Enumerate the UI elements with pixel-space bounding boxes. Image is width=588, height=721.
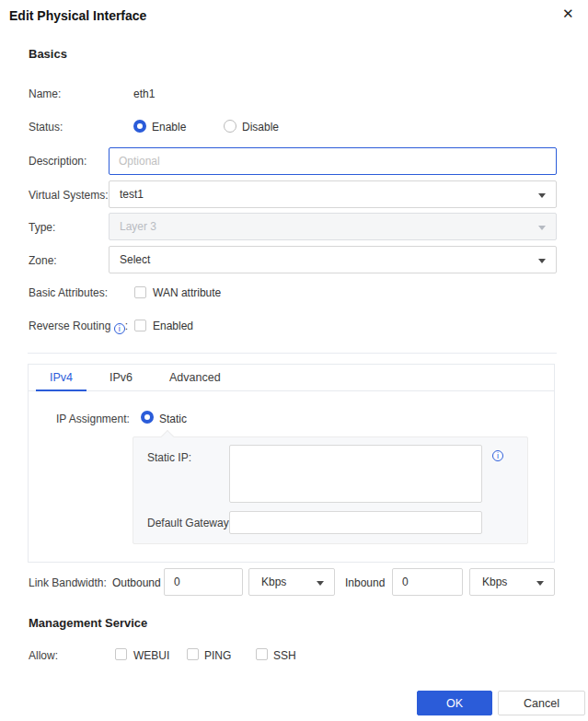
tab-ipv6[interactable]: IPv6	[96, 365, 146, 391]
close-icon[interactable]: ✕	[562, 6, 574, 22]
type-label: Type:	[29, 221, 55, 234]
section-divider	[28, 353, 557, 354]
outbound-label: Outbound	[112, 576, 161, 589]
default-gateway-label: Default Gateway:	[147, 517, 232, 529]
status-disable-radio[interactable]	[224, 120, 236, 133]
ip-settings-card: IPv4 IPv6 Advanced IP Assignment: Static…	[28, 364, 555, 563]
ip-assignment-label: IP Assignment:	[56, 413, 130, 425]
name-label: Name:	[29, 87, 61, 100]
allow-label: Allow:	[29, 649, 58, 662]
inbound-input[interactable]	[392, 568, 463, 596]
chevron-down-icon	[538, 226, 546, 230]
type-value: Layer 3	[120, 220, 156, 233]
edit-physical-interface-dialog: Edit Physical Interface ✕ Basics Name: e…	[0, 0, 588, 721]
panel-notch	[161, 430, 174, 443]
tab-ipv4[interactable]: IPv4	[36, 365, 86, 391]
static-ip-textarea[interactable]	[229, 445, 482, 503]
basics-heading: Basics	[29, 47, 67, 61]
status-enable-label[interactable]: Enable	[152, 121, 186, 134]
status-label: Status:	[29, 121, 63, 134]
webui-label[interactable]: WEBUI	[133, 649, 169, 662]
webui-checkbox[interactable]	[115, 648, 127, 660]
ssh-label[interactable]: SSH	[273, 649, 296, 662]
virtual-systems-label: Virtual Systems:	[29, 189, 108, 202]
status-enable-radio[interactable]	[133, 120, 146, 133]
reverse-routing-checkbox[interactable]	[134, 320, 146, 331]
name-value: eth1	[133, 87, 155, 100]
link-bandwidth-label: Link Bandwidth:	[29, 576, 107, 589]
wan-attribute-label[interactable]: WAN attribute	[153, 286, 221, 299]
basic-attributes-label: Basic Attributes:	[29, 286, 108, 299]
type-select: Layer 3	[109, 213, 557, 240]
ssh-checkbox[interactable]	[256, 648, 268, 660]
chevron-down-icon	[538, 259, 546, 263]
inbound-unit-value: Kbps	[482, 576, 507, 588]
chevron-down-icon	[538, 193, 546, 198]
tab-advanced[interactable]: Advanced	[156, 365, 235, 391]
reverse-routing-colon: :	[125, 320, 128, 332]
description-input[interactable]	[109, 147, 557, 175]
zone-label: Zone:	[29, 254, 57, 267]
management-service-heading: Management Service	[29, 616, 147, 630]
virtual-systems-select[interactable]: test1	[109, 180, 557, 208]
outbound-input[interactable]	[164, 568, 243, 596]
reverse-routing-label: Reverse Routing i:	[29, 320, 128, 334]
info-icon[interactable]: i	[492, 450, 503, 461]
description-label: Description:	[29, 155, 86, 168]
chevron-down-icon	[536, 581, 544, 586]
tab-bar: IPv4 IPv6 Advanced	[29, 365, 554, 391]
inbound-label: Inbound	[345, 576, 385, 589]
ok-button[interactable]: OK	[417, 691, 492, 715]
static-radio[interactable]	[141, 411, 154, 424]
wan-attribute-checkbox[interactable]	[134, 286, 146, 298]
outbound-unit-value: Kbps	[261, 576, 286, 588]
reverse-routing-enabled-label[interactable]: Enabled	[153, 320, 193, 332]
chevron-down-icon	[317, 581, 324, 586]
status-disable-label[interactable]: Disable	[242, 121, 279, 134]
zone-value: Select	[120, 253, 150, 266]
default-gateway-input[interactable]	[229, 511, 482, 534]
ping-checkbox[interactable]	[187, 648, 199, 660]
info-icon[interactable]: i	[114, 323, 125, 334]
cancel-button[interactable]: Cancel	[498, 691, 585, 715]
static-ip-label: Static IP:	[147, 451, 191, 464]
ping-label[interactable]: PING	[204, 649, 231, 662]
zone-select[interactable]: Select	[109, 246, 557, 273]
static-radio-label[interactable]: Static	[159, 413, 187, 425]
virtual-systems-value: test1	[120, 188, 144, 201]
inbound-unit-select[interactable]: Kbps	[469, 568, 555, 596]
outbound-unit-select[interactable]: Kbps	[248, 568, 335, 596]
dialog-title: Edit Physical Interface	[9, 8, 146, 23]
reverse-routing-text: Reverse Routing	[29, 320, 110, 332]
static-ip-panel: Static IP: i Default Gateway:	[133, 436, 528, 544]
